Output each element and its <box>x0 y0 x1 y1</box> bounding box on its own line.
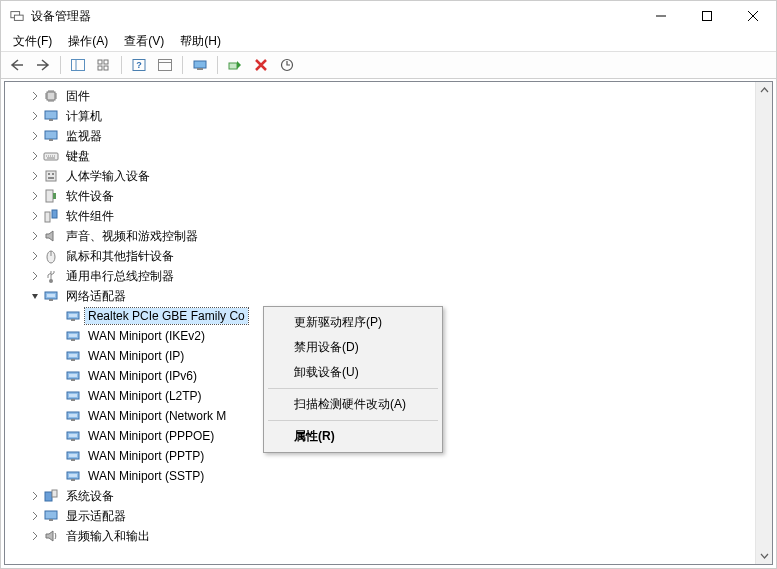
expand-icon[interactable] <box>27 88 43 104</box>
context-properties[interactable]: 属性(R) <box>266 424 440 449</box>
net-icon <box>65 408 81 424</box>
cat-monitor[interactable]: 监视器 <box>5 126 755 146</box>
close-button[interactable] <box>730 1 776 31</box>
svg-rect-2 <box>703 12 712 21</box>
system-icon <box>43 488 59 504</box>
svg-rect-26 <box>48 177 54 179</box>
expand-icon[interactable] <box>27 228 43 244</box>
svg-rect-38 <box>71 319 75 321</box>
cat-system[interactable]: 系统设备 <box>5 486 755 506</box>
scan-hardware-toolbar-button[interactable] <box>275 54 299 76</box>
forward-button[interactable] <box>31 54 55 76</box>
chip-icon <box>43 88 59 104</box>
no-expand <box>49 408 65 424</box>
expand-icon[interactable] <box>27 268 43 284</box>
svg-rect-39 <box>69 314 77 317</box>
expand-icon[interactable] <box>27 148 43 164</box>
help-toolbar-button[interactable]: ? <box>127 54 151 76</box>
uninstall-device-toolbar-button[interactable] <box>249 54 273 76</box>
cat-hid[interactable]: 人体学输入设备 <box>5 166 755 186</box>
app-icon <box>9 8 25 24</box>
context-disable-device[interactable]: 禁用设备(D) <box>266 335 440 360</box>
no-expand <box>49 388 65 404</box>
expand-icon[interactable] <box>27 168 43 184</box>
cat-software-comp[interactable]: 软件组件 <box>5 206 755 226</box>
svg-rect-29 <box>45 212 50 222</box>
swcomp-icon <box>43 208 59 224</box>
mouse-icon <box>43 248 59 264</box>
svg-rect-62 <box>71 479 75 481</box>
net-icon <box>65 428 81 444</box>
expand-icon[interactable] <box>27 208 43 224</box>
cat-firmware[interactable]: 固件 <box>5 86 755 106</box>
cat-sound[interactable]: 声音、视频和游戏控制器 <box>5 226 755 246</box>
svg-rect-8 <box>104 66 108 70</box>
svg-rect-65 <box>52 490 57 497</box>
context-update-driver[interactable]: 更新驱动程序(P) <box>266 310 440 335</box>
scroll-up-arrow[interactable] <box>756 82 772 99</box>
expand-icon[interactable] <box>27 128 43 144</box>
svg-rect-44 <box>71 359 75 361</box>
svg-rect-1 <box>14 15 23 20</box>
enable-device-toolbar-button[interactable] <box>223 54 247 76</box>
svg-rect-66 <box>45 511 57 519</box>
dev-wan-sstp[interactable]: WAN Miniport (SSTP) <box>5 466 755 486</box>
no-expand <box>49 328 65 344</box>
tree-item-label: 键盘 <box>63 147 93 166</box>
cat-network-adapters[interactable]: 网络适配器 <box>5 286 755 306</box>
menu-help[interactable]: 帮助(H) <box>172 31 229 52</box>
scroll-down-arrow[interactable] <box>756 547 772 564</box>
svg-rect-15 <box>229 63 237 69</box>
expand-icon[interactable] <box>27 188 43 204</box>
cat-usb[interactable]: 通用串行总线控制器 <box>5 266 755 286</box>
tree-item-label: 鼠标和其他指针设备 <box>63 247 177 266</box>
tree-item-label: 固件 <box>63 87 93 106</box>
net-icon <box>65 368 81 384</box>
svg-rect-18 <box>45 111 57 119</box>
expand-icon[interactable] <box>27 108 43 124</box>
context-separator <box>268 388 438 389</box>
svg-rect-64 <box>45 492 52 501</box>
expand-icon[interactable] <box>27 248 43 264</box>
svg-rect-19 <box>49 119 53 121</box>
svg-rect-6 <box>98 66 102 70</box>
tree-item-label: 声音、视频和游戏控制器 <box>63 227 201 246</box>
tree-item-label: 系统设备 <box>63 487 117 506</box>
scroll-track[interactable] <box>756 99 772 547</box>
toolbar: ? <box>1 51 776 79</box>
svg-rect-45 <box>69 354 77 357</box>
menu-view[interactable]: 查看(V) <box>116 31 172 52</box>
tree-item-label: WAN Miniport (IKEv2) <box>85 328 208 344</box>
cat-computer[interactable]: 计算机 <box>5 106 755 126</box>
expand-icon[interactable] <box>27 508 43 524</box>
expand-icon[interactable] <box>27 488 43 504</box>
context-uninstall[interactable]: 卸载设备(U) <box>266 360 440 385</box>
menu-file[interactable]: 文件(F) <box>5 31 60 52</box>
cat-software-dev[interactable]: 软件设备 <box>5 186 755 206</box>
expand-icon[interactable] <box>27 528 43 544</box>
cat-keyboard[interactable]: 键盘 <box>5 146 755 166</box>
toolbar-separator <box>60 56 61 74</box>
cat-audio-io[interactable]: 音频输入和输出 <box>5 526 755 546</box>
minimize-button[interactable] <box>638 1 684 31</box>
svg-rect-23 <box>46 171 56 181</box>
svg-rect-11 <box>159 60 172 71</box>
cat-display[interactable]: 显示适配器 <box>5 506 755 526</box>
show-hide-tree-button[interactable] <box>66 54 90 76</box>
tree-item-label: 音频输入和输出 <box>63 527 153 546</box>
sound-icon <box>43 228 59 244</box>
menu-action[interactable]: 操作(A) <box>60 31 116 52</box>
update-driver-toolbar-button[interactable] <box>188 54 212 76</box>
no-expand <box>49 428 65 444</box>
properties-toolbar-button[interactable] <box>92 54 116 76</box>
net-icon <box>65 348 81 364</box>
svg-rect-20 <box>45 131 57 139</box>
console-toolbar-button[interactable] <box>153 54 177 76</box>
maximize-button[interactable] <box>684 1 730 31</box>
svg-rect-59 <box>71 459 75 461</box>
context-scan-hardware[interactable]: 扫描检测硬件改动(A) <box>266 392 440 417</box>
cat-mouse[interactable]: 鼠标和其他指针设备 <box>5 246 755 266</box>
collapse-icon[interactable] <box>27 288 43 304</box>
back-button[interactable] <box>5 54 29 76</box>
vertical-scrollbar[interactable] <box>755 82 772 564</box>
